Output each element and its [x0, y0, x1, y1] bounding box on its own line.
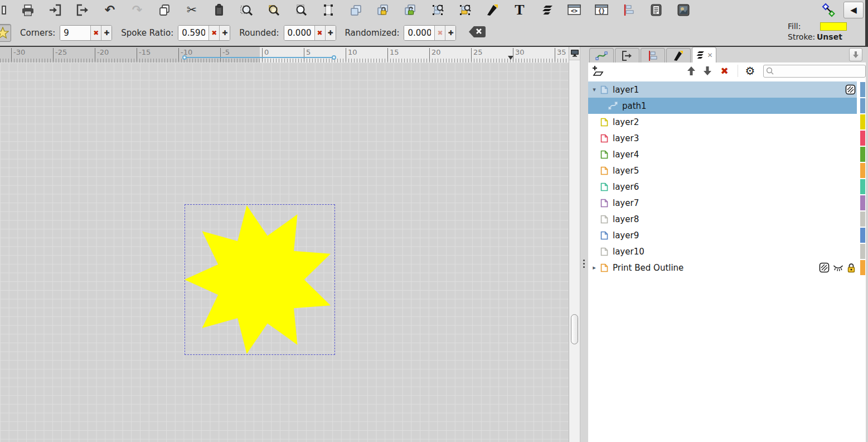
delete-item-button[interactable]: ✖ — [718, 64, 731, 78]
vertical-scrollbar[interactable] — [569, 47, 580, 442]
zoom-drawing-icon[interactable] — [264, 1, 283, 19]
corners-input[interactable] — [60, 26, 90, 40]
add-layer-button[interactable] — [591, 64, 604, 78]
tab-export[interactable] — [615, 48, 639, 63]
row-content[interactable]: layer10 — [588, 243, 857, 260]
tab-align-distribute[interactable] — [641, 48, 665, 63]
guide-line[interactable] — [185, 57, 333, 58]
scrollbar-thumb[interactable] — [571, 314, 578, 344]
tree-row-layer[interactable]: layer6 — [588, 179, 866, 195]
collapse-snap-toolbar-button[interactable]: ◀ — [843, 2, 864, 18]
corners-stepper-icon[interactable]: ✚ — [101, 26, 111, 40]
zoom-page-icon[interactable] — [292, 1, 311, 19]
tree-row-path[interactable]: path1 — [588, 98, 866, 114]
calligraphy-icon[interactable] — [483, 1, 502, 19]
xml-editor-icon[interactable]: <> — [565, 1, 584, 19]
search-input[interactable] — [774, 67, 863, 75]
tab-close-icon[interactable]: ✕ — [707, 51, 712, 59]
move-down-button[interactable] — [701, 64, 714, 78]
image-settings-icon[interactable] — [674, 1, 693, 19]
objects-panel: ✕ ✖ ⚙ ▾layer1path1layer2layer3layer4laye… — [588, 47, 868, 442]
align-distribute-icon[interactable] — [619, 1, 638, 19]
rounded-clear-icon[interactable]: ✖ — [314, 26, 325, 40]
hidden-eye-icon[interactable] — [832, 263, 844, 272]
undo-icon[interactable]: ↶ — [100, 1, 119, 19]
rounded-input[interactable] — [284, 26, 314, 40]
layers-icon[interactable] — [537, 1, 556, 19]
expander-icon[interactable]: ▸ — [590, 264, 598, 271]
splitter-handle[interactable] — [583, 258, 585, 270]
zoom-selection-icon[interactable] — [237, 1, 256, 19]
display-color-management-button[interactable] — [569, 47, 580, 60]
row-content[interactable]: ▸Print Bed Outline — [588, 260, 857, 276]
tree-row-layer[interactable]: layer2 — [588, 114, 866, 130]
spoke-ratio-clear-icon[interactable]: ✖ — [208, 26, 219, 40]
import-icon[interactable] — [46, 1, 65, 19]
fill-color-swatch[interactable] — [820, 22, 847, 31]
find-replace-icon[interactable] — [455, 1, 474, 19]
reset-defaults-button[interactable] — [468, 25, 486, 41]
blend-mode-icon[interactable] — [845, 84, 856, 95]
star-tool-mode-button[interactable] — [0, 24, 11, 42]
object-properties-icon[interactable]: {} — [592, 1, 611, 19]
find-objects-icon[interactable] — [428, 1, 447, 19]
guide-anchor-start[interactable] — [182, 55, 187, 60]
randomized-input[interactable] — [404, 26, 434, 40]
fill-label: Fill: — [788, 21, 817, 32]
randomized-stepper-icon[interactable]: ✚ — [445, 26, 455, 40]
row-content[interactable]: layer8 — [588, 211, 857, 227]
tree-row-layer[interactable]: layer3 — [588, 130, 866, 146]
spoke-ratio-input[interactable] — [178, 26, 208, 40]
document-list-icon[interactable] — [647, 1, 666, 19]
row-content[interactable]: layer4 — [588, 146, 857, 162]
tab-path-effects[interactable] — [589, 48, 614, 63]
duplicate-icon[interactable] — [346, 1, 365, 19]
fit-page-icon[interactable] — [319, 1, 338, 19]
randomized-clear-icon[interactable]: ✖ — [434, 26, 445, 40]
tab-calligraphy[interactable] — [666, 48, 691, 63]
row-content[interactable]: layer7 — [588, 195, 857, 211]
guide-anchor-end[interactable] — [332, 55, 336, 60]
cut-icon[interactable]: ✂ — [182, 1, 201, 19]
tree-row-layer[interactable]: layer5 — [588, 162, 866, 179]
print-icon[interactable] — [18, 1, 37, 19]
row-content[interactable]: layer2 — [588, 114, 857, 130]
tree-row-layer[interactable]: layer7 — [588, 195, 866, 211]
tree-row-layer[interactable]: layer4 — [588, 146, 866, 162]
canvas[interactable] — [0, 63, 569, 442]
rounded-stepper-icon[interactable]: ✚ — [325, 26, 336, 40]
fill-stroke-indicator[interactable]: Fill: Stroke: Unset — [788, 21, 847, 42]
move-up-button[interactable] — [685, 64, 697, 78]
text-tool-icon[interactable]: T — [510, 1, 529, 19]
panel-splitter[interactable] — [580, 47, 588, 442]
row-content[interactable]: layer3 — [588, 130, 857, 146]
redo-icon[interactable]: ↷ — [128, 1, 147, 19]
blend-mode-icon[interactable] — [819, 262, 830, 273]
tree-row-layer[interactable]: ▸Print Bed Outline — [588, 260, 866, 276]
export-icon[interactable] — [73, 1, 92, 19]
horizontal-ruler[interactable]: -30-25-20-15-10-505101520253035 — [0, 47, 569, 63]
tab-overflow-button[interactable] — [849, 48, 862, 61]
tree-row-layer[interactable]: layer8 — [588, 211, 866, 227]
panel-settings-button[interactable]: ⚙ — [744, 64, 757, 78]
lock-icon[interactable] — [847, 263, 856, 273]
row-content[interactable]: layer5 — [588, 162, 857, 179]
lock-object-icon[interactable] — [374, 1, 392, 19]
snap-icon[interactable] — [819, 1, 838, 19]
tree-row-layer[interactable]: ▾layer1 — [588, 81, 866, 98]
layer-page-icon — [600, 263, 608, 272]
expander-icon[interactable]: ▾ — [590, 86, 598, 93]
clipped-document-icon[interactable] — [0, 1, 10, 19]
row-content[interactable]: layer6 — [588, 179, 857, 195]
spoke-ratio-stepper-icon[interactable]: ✚ — [219, 26, 230, 40]
corners-clear-icon[interactable]: ✖ — [90, 26, 101, 40]
row-content[interactable]: path1 — [588, 98, 857, 114]
tree-row-layer[interactable]: layer10 — [588, 243, 866, 260]
copy-icon[interactable] — [155, 1, 174, 19]
tab-objects[interactable]: ✕ — [692, 47, 716, 63]
tree-row-layer[interactable]: layer9 — [588, 227, 866, 243]
row-content[interactable]: layer9 — [588, 227, 857, 243]
paste-icon[interactable] — [210, 1, 229, 19]
row-content[interactable]: ▾layer1 — [588, 81, 857, 98]
unlock-object-icon[interactable] — [401, 1, 420, 19]
